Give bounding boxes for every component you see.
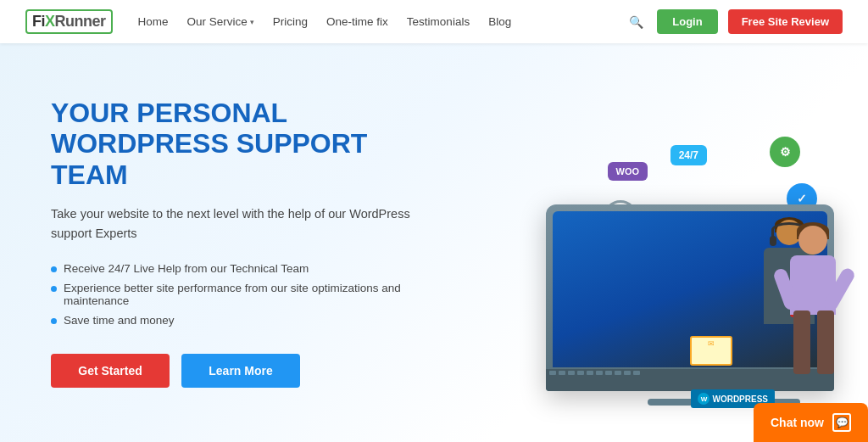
person-figure [775,226,851,395]
bullet-dot-icon [51,318,57,324]
nav-testimonials[interactable]: Testimonials [407,15,470,28]
hero-section: YOUR PERSONAL WORDPRESS SUPPORT TEAM Tak… [0,43,868,442]
hero-content: YOUR PERSONAL WORDPRESS SUPPORT TEAM Tak… [0,64,475,422]
hero-bullet-2: Experience better site performance from … [51,278,424,311]
wordpress-label: WORDPRESS [712,394,768,404]
logo-runner: Runner [55,13,106,30]
free-site-review-button[interactable]: Free Site Review [728,9,843,34]
hero-illustration: WOO 24/7 🕐 ⚙ ✓ ⊙ 🔧 W [478,60,868,442]
hero-cta-primary-button[interactable]: Get Started [51,354,170,388]
nav-our-service[interactable]: Our Service ▾ [187,15,254,28]
logo-fix: Fi [32,13,45,30]
main-nav: Home Our Service ▾ Pricing One-time fix … [138,15,512,28]
logo-text: FiXRunner [32,13,106,31]
bullet-dot-icon [51,286,57,292]
float-icon-1: ⚙ [770,137,800,167]
header-left: FiXRunner Home Our Service ▾ Pricing One… [25,9,511,34]
chat-now-button[interactable]: Chat now 💬 [754,403,868,442]
bullet-dot-icon [51,266,57,272]
hero-cta-secondary-button[interactable]: Learn More [181,354,300,388]
person-leg-left [793,311,810,374]
hero-buttons: Get Started Learn More [51,354,424,388]
nav-pricing[interactable]: Pricing [273,15,308,28]
chat-icon: 💬 [832,413,851,432]
search-button[interactable]: 🔍 [626,14,647,31]
hero-subtitle: Take your website to the next level with… [51,204,424,243]
nav-one-time-fix[interactable]: One-time fix [326,15,388,28]
bullet-text-3: Save time and money [64,314,175,327]
bullet-text-1: Receive 24/7 Live Help from our Technica… [64,262,309,275]
chat-now-label: Chat now [771,416,824,429]
header: FiXRunner Home Our Service ▾ Pricing One… [0,0,868,43]
envelope-illustration: ✉ [690,336,732,366]
header-right: 🔍 Login Free Site Review [626,9,843,34]
woo-badge: WOO [608,162,648,181]
person-leg-right [817,311,834,374]
logo-x: X [45,13,55,30]
hero-bullet-1: Receive 24/7 Live Help from our Technica… [51,259,424,278]
person-head [798,226,827,255]
hero-bullet-3: Save time and money [51,311,424,330]
availability-badge: 24/7 [670,145,707,165]
hero-bullets-list: Receive 24/7 Live Help from our Technica… [51,259,424,330]
logo[interactable]: FiXRunner [25,9,113,34]
bullet-text-2: Experience better site performance from … [64,282,424,307]
login-button[interactable]: Login [657,9,717,34]
wp-logo-circle: W [698,393,709,405]
logo-box: FiXRunner [25,9,113,34]
chevron-down-icon: ▾ [250,18,254,26]
nav-home[interactable]: Home [138,15,169,28]
nav-blog[interactable]: Blog [488,15,511,28]
hero-title: YOUR PERSONAL WORDPRESS SUPPORT TEAM [51,98,424,191]
